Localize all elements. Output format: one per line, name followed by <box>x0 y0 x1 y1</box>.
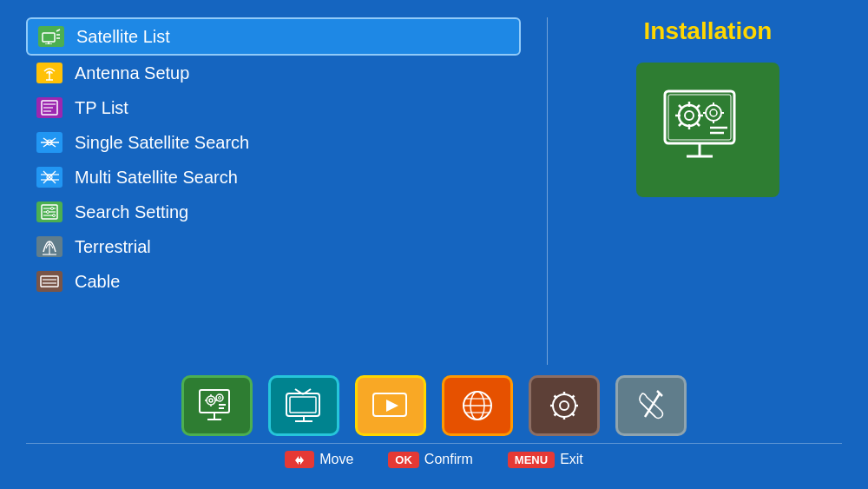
content-area: Satellite List Antenna Setup <box>26 17 842 365</box>
sidebar-item-search-setting[interactable]: Search Setting <box>26 195 521 229</box>
sidebar-item-satellite-list[interactable]: Satellite List <box>26 17 521 56</box>
exit-label: Exit <box>560 452 583 467</box>
bottom-icon-install[interactable] <box>181 375 253 436</box>
main-container: Satellite List Antenna Setup <box>0 0 868 489</box>
confirm-label: Confirm <box>424 452 473 467</box>
multi-sat-icon <box>36 167 62 188</box>
antenna-icon <box>36 63 62 83</box>
bottom-icon-globe[interactable] <box>442 375 513 436</box>
sidebar-item-multi-satellite-search[interactable]: Multi Satellite Search <box>26 160 521 195</box>
tp-list-label: TP List <box>75 98 128 118</box>
svg-line-97 <box>555 413 557 415</box>
sidebar-item-single-satellite-search[interactable]: Single Satellite Search <box>26 125 521 160</box>
satellite-list-label: Satellite List <box>76 27 170 47</box>
single-satellite-search-label: Single Satellite Search <box>75 133 249 153</box>
svg-rect-74 <box>288 395 318 414</box>
terrestrial-label: Terrestrial <box>75 237 151 257</box>
svg-point-8 <box>49 72 51 75</box>
search-setting-label: Search Setting <box>75 202 188 222</box>
menu-panel: Satellite List Antenna Setup <box>26 17 521 365</box>
cable-icon <box>36 271 62 292</box>
svg-rect-0 <box>43 33 55 42</box>
svg-marker-101 <box>295 456 304 465</box>
sidebar-item-antenna-setup[interactable]: Antenna Setup <box>26 56 521 90</box>
bottom-icon-tools[interactable] <box>615 375 687 436</box>
sidebar-item-cable[interactable]: Cable <box>26 264 521 299</box>
tp-list-icon <box>36 97 62 118</box>
move-label: Move <box>319 452 353 467</box>
svg-point-31 <box>53 215 56 217</box>
single-sat-icon <box>36 132 62 153</box>
cable-label: Cable <box>75 272 120 292</box>
exit-status: MENU Exit <box>508 452 583 468</box>
svg-point-25 <box>51 208 54 210</box>
status-bar: Move OK Confirm MENU Exit <box>26 443 842 472</box>
bottom-icon-tv[interactable] <box>268 375 339 436</box>
right-panel: Installation <box>574 17 842 365</box>
sidebar-item-tp-list[interactable]: TP List <box>26 90 521 125</box>
bottom-icon-settings[interactable] <box>529 375 600 436</box>
svg-point-28 <box>47 211 49 214</box>
svg-rect-34 <box>41 276 58 287</box>
move-badge <box>285 451 314 468</box>
bottom-icon-media[interactable] <box>355 375 426 436</box>
sidebar-item-terrestrial[interactable]: Terrestrial <box>26 229 521 264</box>
vertical-divider <box>547 17 548 365</box>
ok-badge: OK <box>388 452 419 468</box>
menu-badge: MENU <box>508 452 555 468</box>
svg-line-96 <box>572 395 575 398</box>
confirm-status: OK Confirm <box>388 452 473 468</box>
terrestrial-icon <box>36 236 62 257</box>
antenna-setup-label: Antenna Setup <box>75 63 189 83</box>
move-status: Move <box>285 451 353 468</box>
satellite-list-icon <box>38 26 64 47</box>
search-setting-icon <box>36 202 62 222</box>
svg-line-95 <box>572 413 575 415</box>
svg-line-3 <box>56 30 60 31</box>
installation-image <box>636 63 779 197</box>
installation-title: Installation <box>644 17 773 45</box>
svg-point-89 <box>560 401 569 410</box>
multi-satellite-search-label: Multi Satellite Search <box>75 168 238 188</box>
svg-line-94 <box>555 395 557 398</box>
bottom-icons-row <box>26 365 842 443</box>
